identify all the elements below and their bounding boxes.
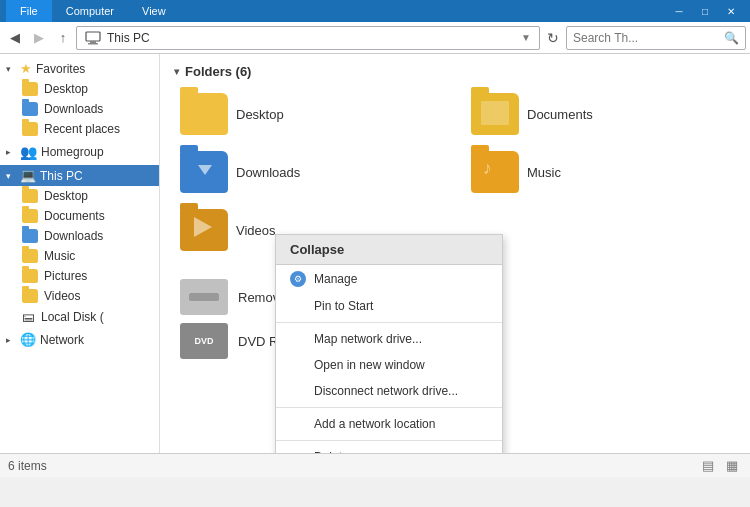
svg-rect-1 bbox=[90, 41, 96, 43]
sidebar-item-thispc-documents[interactable]: Documents bbox=[0, 206, 159, 226]
network-arrow: ▸ bbox=[6, 335, 16, 345]
sidebar-section-favorites: ▾ ★ Favorites Desktop Downloads Recent p… bbox=[0, 58, 159, 139]
sidebar-header-thispc[interactable]: ▾ 💻 This PC bbox=[0, 165, 159, 186]
thispc-pictures-icon bbox=[22, 269, 38, 283]
thispc-desktop-icon bbox=[22, 189, 38, 203]
close-button[interactable]: ✕ bbox=[718, 0, 744, 22]
sidebar-header-favorites[interactable]: ▾ ★ Favorites bbox=[0, 58, 159, 79]
sidebar-item-downloads[interactable]: Downloads bbox=[0, 99, 159, 119]
view-grid-button[interactable]: ▦ bbox=[722, 457, 742, 475]
thispc-music-label: Music bbox=[44, 249, 75, 263]
view-list-button[interactable]: ▤ bbox=[698, 457, 718, 475]
homegroup-arrow: ▸ bbox=[6, 147, 16, 157]
folders-grid: Desktop Documents Downloads ♪ bbox=[174, 89, 736, 255]
folder-documents-name: Documents bbox=[527, 107, 593, 122]
sidebar-homegroup-label: Homegroup bbox=[41, 145, 104, 159]
ctx-manage-label: Manage bbox=[314, 272, 357, 286]
sidebar-header-network[interactable]: ▸ 🌐 Network bbox=[0, 329, 159, 350]
sidebar-recent-label: Recent places bbox=[44, 122, 120, 136]
status-bar: 6 items ▤ ▦ bbox=[0, 453, 750, 477]
ctx-addlocation-label: Add a network location bbox=[314, 417, 435, 431]
sidebar-favorites-label: Favorites bbox=[36, 62, 85, 76]
sidebar-item-thispc-desktop[interactable]: Desktop bbox=[0, 186, 159, 206]
folders-section-header: ▾ Folders (6) bbox=[174, 64, 736, 79]
folder-item-desktop[interactable]: Desktop bbox=[174, 89, 445, 139]
ctx-add-network-location[interactable]: Add a network location bbox=[276, 411, 502, 437]
folder-item-downloads[interactable]: Downloads bbox=[174, 147, 445, 197]
sidebar-item-desktop[interactable]: Desktop bbox=[0, 79, 159, 99]
tab-view[interactable]: View bbox=[128, 0, 180, 22]
section-title: Folders (6) bbox=[185, 64, 251, 79]
downloads-folder-icon bbox=[22, 102, 38, 116]
thispc-documents-icon bbox=[22, 209, 38, 223]
ctx-sep-1 bbox=[276, 322, 502, 323]
music-folder-large-icon: ♪ bbox=[471, 151, 519, 193]
thispc-downloads-label: Downloads bbox=[44, 229, 103, 243]
sidebar-section-thispc: ▾ 💻 This PC Desktop Documents Downloads … bbox=[0, 165, 159, 327]
sidebar-item-thispc-music[interactable]: Music bbox=[0, 246, 159, 266]
sidebar-section-homegroup: ▸ 👥 Homegroup bbox=[0, 141, 159, 163]
sidebar-header-homegroup[interactable]: ▸ 👥 Homegroup bbox=[0, 141, 159, 163]
thispc-videos-icon bbox=[22, 289, 38, 303]
search-input[interactable] bbox=[573, 31, 720, 45]
sidebar-section-network: ▸ 🌐 Network bbox=[0, 329, 159, 350]
address-field[interactable]: This PC ▼ bbox=[76, 26, 540, 50]
status-view-controls: ▤ ▦ bbox=[698, 457, 742, 475]
address-text: This PC bbox=[107, 31, 150, 45]
folder-music-name: Music bbox=[527, 165, 561, 180]
minimize-button[interactable]: ─ bbox=[666, 0, 692, 22]
ribbon-tabs: File Computer View bbox=[6, 0, 180, 22]
up-button[interactable]: ↑ bbox=[52, 27, 74, 49]
folder-item-music[interactable]: ♪ Music bbox=[465, 147, 736, 197]
back-button[interactable]: ◀ bbox=[4, 27, 26, 49]
ctx-mapnetwork-label: Map network drive... bbox=[314, 332, 422, 346]
downloads-folder-large-icon bbox=[180, 151, 228, 193]
content-area: ▾ Folders (6) Desktop Documents Downl bbox=[160, 54, 750, 453]
sidebar-thispc-label: This PC bbox=[40, 169, 83, 183]
manage-icon: ⚙ bbox=[290, 271, 306, 287]
section-arrow: ▾ bbox=[174, 66, 179, 77]
refresh-button[interactable]: ↻ bbox=[542, 27, 564, 49]
sidebar-item-recent[interactable]: Recent places bbox=[0, 119, 159, 139]
thispc-icon: 💻 bbox=[20, 168, 36, 183]
ctx-pin-to-start[interactable]: Pin to Start bbox=[276, 293, 502, 319]
thispc-documents-label: Documents bbox=[44, 209, 105, 223]
folder-item-documents[interactable]: Documents bbox=[465, 89, 736, 139]
ctx-pin-label: Pin to Start bbox=[314, 299, 373, 313]
sidebar: ▾ ★ Favorites Desktop Downloads Recent p… bbox=[0, 54, 160, 453]
sidebar-network-label: Network bbox=[40, 333, 84, 347]
ctx-delete[interactable]: Delete bbox=[276, 444, 502, 453]
desktop-folder-large-icon bbox=[180, 93, 228, 135]
pc-icon bbox=[85, 31, 101, 45]
favorites-arrow: ▾ bbox=[6, 64, 16, 74]
ctx-open-new-window[interactable]: Open in new window bbox=[276, 352, 502, 378]
ctx-manage[interactable]: ⚙ Manage bbox=[276, 265, 502, 293]
sidebar-item-thispc-localdisk[interactable]: 🖴 Local Disk ( bbox=[0, 306, 159, 327]
tab-file[interactable]: File bbox=[6, 0, 52, 22]
sidebar-downloads-label: Downloads bbox=[44, 102, 103, 116]
ctx-sep-2 bbox=[276, 407, 502, 408]
sidebar-item-thispc-pictures[interactable]: Pictures bbox=[0, 266, 159, 286]
maximize-button[interactable]: □ bbox=[692, 0, 718, 22]
sidebar-item-thispc-downloads[interactable]: Downloads bbox=[0, 226, 159, 246]
recent-folder-icon bbox=[22, 122, 38, 136]
address-dropdown-arrow[interactable]: ▼ bbox=[521, 32, 531, 43]
sidebar-item-thispc-videos[interactable]: Videos bbox=[0, 286, 159, 306]
context-menu-header: Collapse bbox=[276, 235, 502, 265]
folder-desktop-name: Desktop bbox=[236, 107, 284, 122]
ctx-map-network[interactable]: Map network drive... bbox=[276, 326, 502, 352]
dvd-drive-icon: DVD bbox=[180, 323, 228, 359]
forward-button[interactable]: ▶ bbox=[28, 27, 50, 49]
title-bar: File Computer View ─ □ ✕ bbox=[0, 0, 750, 22]
search-icon: 🔍 bbox=[724, 31, 739, 45]
desktop-folder-icon bbox=[22, 82, 38, 96]
tab-computer[interactable]: Computer bbox=[52, 0, 128, 22]
homegroup-icon: 👥 bbox=[20, 144, 37, 160]
thispc-desktop-label: Desktop bbox=[44, 189, 88, 203]
ctx-disconnect[interactable]: Disconnect network drive... bbox=[276, 378, 502, 404]
svg-rect-0 bbox=[86, 32, 100, 41]
ctx-openwindow-label: Open in new window bbox=[314, 358, 425, 372]
favorites-star-icon: ★ bbox=[20, 61, 32, 76]
address-bar: ◀ ▶ ↑ This PC ▼ ↻ 🔍 bbox=[0, 22, 750, 54]
main-layout: ▾ ★ Favorites Desktop Downloads Recent p… bbox=[0, 54, 750, 453]
